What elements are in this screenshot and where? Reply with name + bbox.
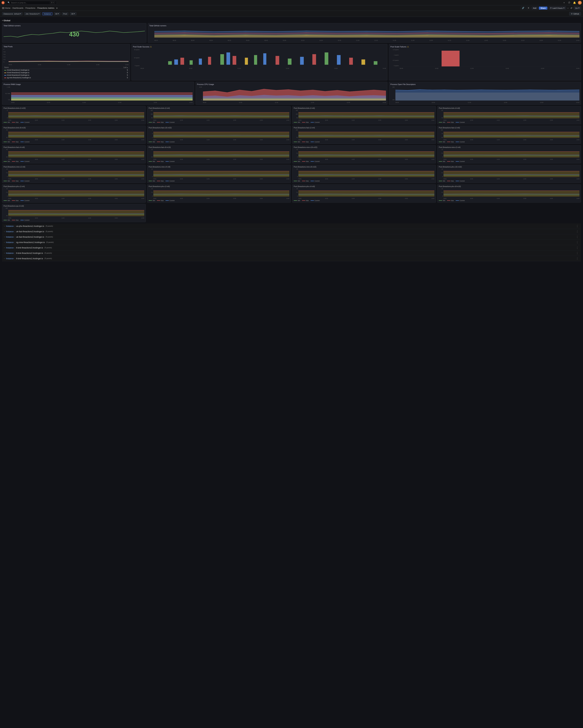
pool-chart-svg bbox=[443, 168, 580, 177]
instance-dots-menu[interactable]: ⋮ bbox=[576, 225, 579, 228]
svg-rect-11 bbox=[189, 60, 193, 65]
legend-item: Current bbox=[20, 200, 29, 201]
pool-y-axis: 107.55 bbox=[439, 188, 443, 197]
legend-label: Max bbox=[161, 200, 164, 201]
pool-scale-success-chart: 20 ops/m10 ops/m0 ops/m bbox=[133, 49, 386, 69]
legend-dot bbox=[456, 122, 459, 123]
instance-row[interactable]: › Instance | lt-bnk-fireactions3.hosting… bbox=[2, 245, 581, 251]
process-ram-panel: Process RAM Usage 1 GiB512 MiB0 B 09:001… bbox=[2, 82, 194, 105]
pool-panel-title: Pool (fireactions-nme-c2-m6) bbox=[3, 166, 144, 168]
job-filter[interactable]: Job fireactions ▾ bbox=[24, 12, 41, 15]
avatar[interactable]: G bbox=[578, 1, 582, 4]
svg-marker-42 bbox=[396, 93, 580, 101]
legend-item: Current bbox=[20, 161, 29, 162]
datasource-filter[interactable]: Datasource default ▾ bbox=[2, 12, 23, 15]
clock-icon[interactable]: ⏱ bbox=[567, 1, 571, 4]
time-range-picker[interactable]: ⏱ Last 6 hours ▾ bbox=[549, 6, 566, 9]
pool-panel-title: Pool (fireactions-bnk-c4-m8) bbox=[439, 107, 580, 109]
pool-table-row: lt-bnk-fireactions1.hostinger.io5 bbox=[3, 69, 129, 72]
zoom-out-button[interactable]: − bbox=[567, 6, 569, 10]
pool-panel-title: Pool (fireactions-fast-c2-m4) bbox=[294, 127, 434, 129]
pool-x-axis: 09:0010:0011:0012:0013:0014:00 bbox=[298, 120, 434, 121]
instance-sep: | bbox=[15, 246, 15, 249]
search-bar[interactable]: 🔍 Search or jump to... ⌘+k bbox=[6, 1, 57, 4]
instance-name: uk-fast-fireactions2.hostinger.io bbox=[16, 236, 44, 238]
bell-icon[interactable]: 🔔 bbox=[573, 1, 577, 4]
legend-label: Current bbox=[460, 180, 465, 182]
breadcrumb-dashboards[interactable]: Dashboards bbox=[12, 7, 23, 9]
pool-all-filter[interactable]: All ▾ bbox=[70, 12, 76, 15]
plus-icon[interactable]: ＋ bbox=[562, 1, 566, 4]
legend-label: Min bbox=[7, 219, 10, 221]
instance-dots-menu[interactable]: ⋮ bbox=[576, 230, 579, 233]
instance-row[interactable]: › Instance | lt-bnk-fireactions2.hosting… bbox=[2, 251, 581, 256]
menu-icon[interactable] bbox=[2, 7, 4, 9]
pool-legend: MinMaxCurrent bbox=[149, 180, 289, 182]
instance-filter[interactable]: Instance bbox=[42, 12, 52, 15]
legend-color bbox=[4, 73, 6, 73]
pool-table: Name Last ▴ lt-bnk-fireactions1.hostinge… bbox=[3, 66, 129, 79]
pool-chart-container: 201009:0010:0011:0012:0013:0014:00 bbox=[149, 149, 289, 160]
legend-item: Current bbox=[20, 122, 29, 123]
instance-dots-menu[interactable]: ⋮ bbox=[576, 252, 579, 255]
pool-panel-title: Pool (fireactions-bnk-c2-m4) bbox=[149, 107, 289, 109]
instance-row[interactable]: › Instance | uk-fast-fireactions2.hostin… bbox=[2, 234, 581, 240]
instance-count: (9 panels) bbox=[44, 258, 52, 259]
pools-x-axis: 09:0010:0011:0012:0013:00 bbox=[8, 64, 129, 66]
pools-row: Pool (fireactions-bnk-c8-m16)302009:0010… bbox=[2, 126, 581, 144]
github-button[interactable]: ⊙ GitHub bbox=[569, 12, 581, 16]
pool-all-arrow: ▾ bbox=[74, 12, 75, 15]
pool-chart-container: 107.5509:0010:0011:0012:0013:0014:00 bbox=[439, 188, 580, 199]
pool-y-axis: 107.55 bbox=[439, 168, 443, 177]
total-runners-chart-svg bbox=[154, 28, 580, 38]
fd-x-axis: 09:0010:0011:0012:0013:0014:00 bbox=[396, 102, 580, 103]
row-process: Process RAM Usage 1 GiB512 MiB0 B 09:001… bbox=[2, 82, 581, 105]
pool-legend: MinMaxCurrent bbox=[3, 161, 144, 162]
pool-x-axis: 09:0010:0011:0012:0013:0014:00 bbox=[8, 120, 144, 121]
pool-chart-container: 107.5509:0010:0011:0012:0013:0014:00 bbox=[294, 149, 434, 160]
instance-dots-menu[interactable]: ⋮ bbox=[576, 257, 579, 260]
global-section-header[interactable]: Global bbox=[2, 19, 581, 22]
pool-row-value: 5 bbox=[107, 69, 129, 72]
instance-row[interactable]: › Instance | sg-nme-fireactions1.hosting… bbox=[2, 240, 581, 245]
pool-chart-container: 402009:0010:0011:0012:0013:0014:00 bbox=[3, 149, 144, 160]
pool-chart-svg bbox=[153, 188, 289, 197]
interval-picker[interactable]: 1m ▾ bbox=[574, 6, 581, 9]
instance-row[interactable]: › Instance | us-phx-fireactions1.hosting… bbox=[2, 224, 581, 229]
breadcrumb-fireactions[interactable]: Fireactions bbox=[25, 7, 35, 9]
pool-legend: MinMaxCurrent bbox=[3, 219, 144, 221]
instance-all-filter[interactable]: All ▾ bbox=[54, 12, 60, 15]
legend-item: Min bbox=[149, 200, 155, 201]
instance-label: Instance bbox=[6, 246, 14, 249]
share-button[interactable]: Share bbox=[539, 6, 548, 9]
legend-item: Max bbox=[12, 219, 19, 221]
pool-y-axis: 2010 bbox=[149, 149, 153, 158]
breadcrumb-home[interactable]: Home bbox=[5, 7, 10, 9]
copy-url-button[interactable]: 🔗 bbox=[521, 6, 526, 9]
pool-scale-success-panel: Pool Scale Success ⚠ 20 ops/m10 ops/m0 o… bbox=[131, 44, 387, 80]
instance-row[interactable]: › Instance | uk-fast-fireactions3.hostin… bbox=[2, 229, 581, 234]
instance-all-label: All bbox=[55, 13, 57, 15]
pool-panel-title: Pool (fireactions-phx-c4-m8) bbox=[294, 185, 434, 187]
datasource-label: Datasource bbox=[3, 13, 13, 15]
pool-legend: MinMaxCurrent bbox=[3, 122, 144, 123]
pool-chart-container: 107.5509:0010:0011:0012:0013:0014:00 bbox=[3, 188, 144, 199]
instance-dots-menu[interactable]: ⋮ bbox=[576, 246, 579, 249]
instance-dots-menu[interactable]: ⋮ bbox=[576, 235, 579, 238]
instance-label: Instance bbox=[6, 257, 14, 260]
legend-item: Max bbox=[157, 180, 164, 182]
pss-y-axis: 20 ops/m10 ops/m0 ops/m bbox=[133, 49, 140, 67]
breadcrumb-sep-3: › bbox=[36, 7, 36, 9]
refresh-button[interactable]: ↺ bbox=[570, 6, 573, 10]
instance-dots-menu[interactable]: ⋮ bbox=[576, 241, 579, 244]
instance-row[interactable]: › Instance | lt-bnk-fireactions1.hosting… bbox=[2, 256, 581, 261]
pool-filter[interactable]: Pool bbox=[62, 12, 69, 15]
add-button[interactable]: Add bbox=[532, 6, 538, 9]
pool-panel: Pool (fireactions-nme-c16-m32)107.5509:0… bbox=[292, 145, 436, 163]
legend-dot bbox=[439, 142, 442, 142]
star-icon[interactable]: ★ bbox=[56, 7, 58, 9]
legend-item: Min bbox=[439, 141, 445, 143]
settings-button[interactable]: ⚙ bbox=[527, 6, 531, 9]
svg-marker-61 bbox=[298, 132, 434, 138]
pool-panel: Pool (fireactions-bnk-c2-m32)6409:0010:0… bbox=[2, 106, 146, 124]
